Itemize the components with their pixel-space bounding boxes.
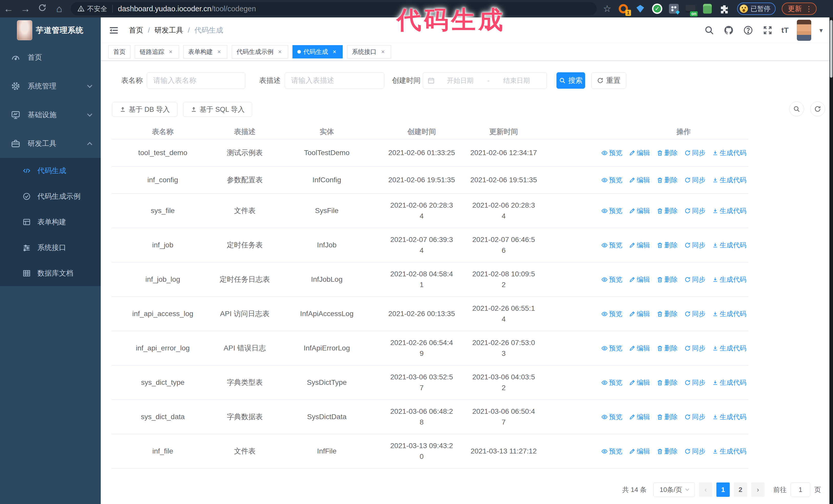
- tab-close-icon[interactable]: ×: [216, 48, 222, 55]
- edit-link[interactable]: 编辑: [629, 377, 650, 388]
- sync-link[interactable]: 同步: [684, 446, 705, 457]
- tab-close-icon[interactable]: ×: [380, 48, 386, 55]
- import-db-button[interactable]: 基于 DB 导入: [112, 102, 177, 117]
- delete-link[interactable]: 删除: [657, 377, 678, 388]
- extension-check-icon[interactable]: ✓: [652, 4, 662, 14]
- delete-link[interactable]: 删除: [657, 240, 678, 250]
- next-page-button[interactable]: ›: [751, 482, 765, 497]
- tab[interactable]: 系统接口 ×: [347, 45, 391, 58]
- menu-dots-icon[interactable]: ⋮: [805, 5, 812, 13]
- sidebar-item-system[interactable]: 系统管理: [0, 72, 101, 100]
- search-button[interactable]: 搜索: [556, 72, 585, 89]
- edit-link[interactable]: 编辑: [629, 308, 650, 319]
- generate-code-link[interactable]: 生成代码: [712, 240, 746, 250]
- start-date-placeholder[interactable]: 开始日期: [435, 76, 486, 85]
- sync-link[interactable]: 同步: [684, 308, 705, 319]
- sync-link[interactable]: 同步: [684, 174, 705, 185]
- refresh-table-button[interactable]: [810, 101, 825, 116]
- tab[interactable]: 首页 ×: [109, 45, 130, 58]
- extension-orange-icon[interactable]: 1: [618, 4, 628, 14]
- edit-link[interactable]: 编辑: [629, 274, 650, 285]
- generate-code-link[interactable]: 生成代码: [712, 411, 746, 422]
- sync-link[interactable]: 同步: [684, 343, 705, 354]
- preview-link[interactable]: 预览: [601, 240, 622, 250]
- edit-link[interactable]: 编辑: [629, 411, 650, 422]
- table-name-input[interactable]: [147, 72, 245, 89]
- edit-link[interactable]: 编辑: [629, 174, 650, 185]
- extension-on-icon[interactable]: on: [685, 4, 696, 14]
- extension-puzzle-icon[interactable]: [719, 4, 730, 14]
- sidebar-item-db-doc[interactable]: 数据库文档: [0, 261, 101, 286]
- preview-link[interactable]: 预览: [601, 377, 622, 388]
- update-button[interactable]: 更新 ⋮: [782, 3, 816, 15]
- edit-link[interactable]: 编辑: [629, 240, 650, 250]
- generate-code-link[interactable]: 生成代码: [712, 147, 746, 158]
- goto-page-input[interactable]: [791, 482, 810, 497]
- delete-link[interactable]: 删除: [657, 446, 678, 457]
- delete-link[interactable]: 删除: [657, 147, 678, 158]
- preview-link[interactable]: 预览: [601, 308, 622, 319]
- help-icon[interactable]: [742, 25, 754, 36]
- reset-button[interactable]: 重置: [591, 72, 626, 89]
- sync-link[interactable]: 同步: [684, 240, 705, 250]
- generate-code-link[interactable]: 生成代码: [712, 205, 746, 216]
- table-desc-input[interactable]: [285, 72, 384, 89]
- sync-link[interactable]: 同步: [684, 377, 705, 388]
- sidebar-item-infra[interactable]: 基础设施: [0, 100, 101, 129]
- user-avatar[interactable]: [797, 20, 811, 41]
- edit-link[interactable]: 编辑: [629, 343, 650, 354]
- preview-link[interactable]: 预览: [601, 147, 622, 158]
- tab[interactable]: 链路追踪 ×: [135, 45, 179, 58]
- generate-code-link[interactable]: 生成代码: [712, 377, 746, 388]
- delete-link[interactable]: 删除: [657, 174, 678, 185]
- generate-code-link[interactable]: 生成代码: [712, 174, 746, 185]
- preview-link[interactable]: 预览: [601, 411, 622, 422]
- tab-close-icon[interactable]: ×: [277, 48, 283, 55]
- preview-link[interactable]: 预览: [601, 343, 622, 354]
- delete-link[interactable]: 删除: [657, 205, 678, 216]
- forward-icon[interactable]: →: [17, 3, 34, 14]
- end-date-placeholder[interactable]: 结束日期: [491, 76, 542, 85]
- delete-link[interactable]: 删除: [657, 308, 678, 319]
- breadcrumb-home[interactable]: 首页: [129, 25, 143, 35]
- reload-icon[interactable]: [34, 3, 51, 14]
- edit-link[interactable]: 编辑: [629, 446, 650, 457]
- scrollbar-thumb[interactable]: [830, 20, 832, 78]
- tab[interactable]: 代码生成 ×: [292, 45, 343, 58]
- sidebar-item-system-api[interactable]: 系统接口: [0, 235, 101, 261]
- edit-link[interactable]: 编辑: [629, 205, 650, 216]
- search-icon[interactable]: [704, 25, 715, 36]
- tab[interactable]: 代码生成示例 ×: [232, 45, 288, 58]
- font-size-icon[interactable]: tT: [782, 26, 789, 34]
- preview-link[interactable]: 预览: [601, 174, 622, 185]
- github-icon[interactable]: [723, 25, 734, 36]
- generate-code-link[interactable]: 生成代码: [712, 308, 746, 319]
- preview-link[interactable]: 预览: [601, 274, 622, 285]
- toggle-search-button[interactable]: [789, 101, 804, 116]
- delete-link[interactable]: 删除: [657, 411, 678, 422]
- sync-link[interactable]: 同步: [684, 411, 705, 422]
- extension-grid-icon[interactable]: [669, 4, 679, 14]
- tab[interactable]: 表单构建 ×: [183, 45, 227, 58]
- back-icon[interactable]: ←: [0, 3, 17, 14]
- extension-gem-icon[interactable]: [635, 4, 645, 14]
- tab-close-icon[interactable]: ×: [167, 48, 174, 55]
- delete-link[interactable]: 删除: [657, 274, 678, 285]
- page-size-select[interactable]: 10条/页: [653, 482, 695, 497]
- sidebar-item-home[interactable]: 首页: [0, 43, 101, 72]
- generate-code-link[interactable]: 生成代码: [712, 274, 746, 285]
- paused-badge[interactable]: 已暂停: [737, 3, 776, 15]
- generate-code-link[interactable]: 生成代码: [712, 446, 746, 457]
- bookmark-star-icon[interactable]: ☆: [601, 3, 614, 14]
- fullscreen-icon[interactable]: [762, 25, 773, 36]
- prev-page-button[interactable]: ‹: [699, 482, 712, 497]
- sidebar-item-form-builder[interactable]: 表单构建: [0, 209, 101, 235]
- generate-code-link[interactable]: 生成代码: [712, 343, 746, 354]
- import-sql-button[interactable]: 基于 SQL 导入: [183, 102, 252, 117]
- tab-close-icon[interactable]: ×: [331, 48, 338, 55]
- home-icon[interactable]: ⌂: [51, 3, 68, 14]
- sync-link[interactable]: 同步: [684, 147, 705, 158]
- sync-link[interactable]: 同步: [684, 205, 705, 216]
- delete-link[interactable]: 删除: [657, 343, 678, 354]
- date-range-input[interactable]: 开始日期 - 结束日期: [423, 72, 547, 89]
